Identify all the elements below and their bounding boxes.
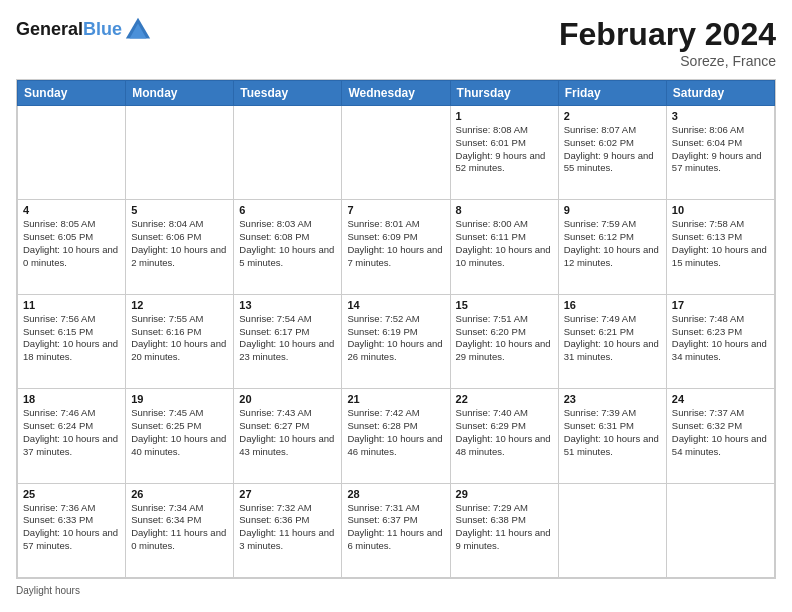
day-number: 2 <box>564 110 661 122</box>
calendar-cell <box>126 106 234 200</box>
week-row: 11Sunrise: 7:56 AMSunset: 6:15 PMDayligh… <box>18 294 775 388</box>
calendar-cell: 5Sunrise: 8:04 AMSunset: 6:06 PMDaylight… <box>126 200 234 294</box>
day-info: Sunrise: 7:55 AMSunset: 6:16 PMDaylight:… <box>131 313 228 364</box>
calendar-cell: 22Sunrise: 7:40 AMSunset: 6:29 PMDayligh… <box>450 389 558 483</box>
week-row: 25Sunrise: 7:36 AMSunset: 6:33 PMDayligh… <box>18 483 775 577</box>
day-info: Sunrise: 8:07 AMSunset: 6:02 PMDaylight:… <box>564 124 661 175</box>
day-number: 19 <box>131 393 228 405</box>
day-number: 26 <box>131 488 228 500</box>
calendar-cell: 6Sunrise: 8:03 AMSunset: 6:08 PMDaylight… <box>234 200 342 294</box>
page: GeneralBlue February 2024 Soreze, France… <box>0 0 792 612</box>
day-header: Saturday <box>666 81 774 106</box>
calendar-cell: 28Sunrise: 7:31 AMSunset: 6:37 PMDayligh… <box>342 483 450 577</box>
day-number: 18 <box>23 393 120 405</box>
day-number: 12 <box>131 299 228 311</box>
calendar-cell <box>666 483 774 577</box>
header: GeneralBlue February 2024 Soreze, France <box>16 16 776 69</box>
day-number: 22 <box>456 393 553 405</box>
day-number: 16 <box>564 299 661 311</box>
calendar-cell: 29Sunrise: 7:29 AMSunset: 6:38 PMDayligh… <box>450 483 558 577</box>
day-number: 11 <box>23 299 120 311</box>
day-info: Sunrise: 7:48 AMSunset: 6:23 PMDaylight:… <box>672 313 769 364</box>
logo: GeneralBlue <box>16 16 152 44</box>
calendar-cell: 24Sunrise: 7:37 AMSunset: 6:32 PMDayligh… <box>666 389 774 483</box>
day-info: Sunrise: 7:54 AMSunset: 6:17 PMDaylight:… <box>239 313 336 364</box>
calendar-cell: 10Sunrise: 7:58 AMSunset: 6:13 PMDayligh… <box>666 200 774 294</box>
calendar-cell <box>342 106 450 200</box>
day-info: Sunrise: 7:56 AMSunset: 6:15 PMDaylight:… <box>23 313 120 364</box>
week-row: 18Sunrise: 7:46 AMSunset: 6:24 PMDayligh… <box>18 389 775 483</box>
logo-text: GeneralBlue <box>16 20 122 40</box>
day-info: Sunrise: 8:00 AMSunset: 6:11 PMDaylight:… <box>456 218 553 269</box>
month-title: February 2024 <box>559 16 776 53</box>
day-info: Sunrise: 7:37 AMSunset: 6:32 PMDaylight:… <box>672 407 769 458</box>
day-info: Sunrise: 7:42 AMSunset: 6:28 PMDaylight:… <box>347 407 444 458</box>
day-number: 27 <box>239 488 336 500</box>
day-number: 21 <box>347 393 444 405</box>
calendar-cell <box>234 106 342 200</box>
day-info: Sunrise: 7:45 AMSunset: 6:25 PMDaylight:… <box>131 407 228 458</box>
calendar-cell: 1Sunrise: 8:08 AMSunset: 6:01 PMDaylight… <box>450 106 558 200</box>
day-number: 4 <box>23 204 120 216</box>
day-number: 6 <box>239 204 336 216</box>
day-info: Sunrise: 7:29 AMSunset: 6:38 PMDaylight:… <box>456 502 553 553</box>
calendar-cell: 21Sunrise: 7:42 AMSunset: 6:28 PMDayligh… <box>342 389 450 483</box>
day-info: Sunrise: 7:49 AMSunset: 6:21 PMDaylight:… <box>564 313 661 364</box>
calendar-cell: 8Sunrise: 8:00 AMSunset: 6:11 PMDaylight… <box>450 200 558 294</box>
day-number: 29 <box>456 488 553 500</box>
calendar-cell: 15Sunrise: 7:51 AMSunset: 6:20 PMDayligh… <box>450 294 558 388</box>
day-info: Sunrise: 8:08 AMSunset: 6:01 PMDaylight:… <box>456 124 553 175</box>
day-info: Sunrise: 8:03 AMSunset: 6:08 PMDaylight:… <box>239 218 336 269</box>
day-info: Sunrise: 8:04 AMSunset: 6:06 PMDaylight:… <box>131 218 228 269</box>
day-number: 23 <box>564 393 661 405</box>
calendar: SundayMondayTuesdayWednesdayThursdayFrid… <box>16 79 776 579</box>
day-info: Sunrise: 8:01 AMSunset: 6:09 PMDaylight:… <box>347 218 444 269</box>
daylight-label: Daylight hours <box>16 585 80 596</box>
calendar-cell: 19Sunrise: 7:45 AMSunset: 6:25 PMDayligh… <box>126 389 234 483</box>
calendar-cell: 7Sunrise: 8:01 AMSunset: 6:09 PMDaylight… <box>342 200 450 294</box>
day-info: Sunrise: 8:05 AMSunset: 6:05 PMDaylight:… <box>23 218 120 269</box>
day-header: Monday <box>126 81 234 106</box>
day-info: Sunrise: 7:39 AMSunset: 6:31 PMDaylight:… <box>564 407 661 458</box>
day-info: Sunrise: 7:52 AMSunset: 6:19 PMDaylight:… <box>347 313 444 364</box>
day-number: 28 <box>347 488 444 500</box>
calendar-cell: 27Sunrise: 7:32 AMSunset: 6:36 PMDayligh… <box>234 483 342 577</box>
calendar-cell: 13Sunrise: 7:54 AMSunset: 6:17 PMDayligh… <box>234 294 342 388</box>
day-number: 14 <box>347 299 444 311</box>
week-row: 1Sunrise: 8:08 AMSunset: 6:01 PMDaylight… <box>18 106 775 200</box>
calendar-cell: 4Sunrise: 8:05 AMSunset: 6:05 PMDaylight… <box>18 200 126 294</box>
day-number: 13 <box>239 299 336 311</box>
day-info: Sunrise: 7:34 AMSunset: 6:34 PMDaylight:… <box>131 502 228 553</box>
calendar-cell: 23Sunrise: 7:39 AMSunset: 6:31 PMDayligh… <box>558 389 666 483</box>
day-header: Thursday <box>450 81 558 106</box>
title-block: February 2024 Soreze, France <box>559 16 776 69</box>
subtitle: Soreze, France <box>559 53 776 69</box>
logo-icon <box>124 16 152 44</box>
calendar-cell: 12Sunrise: 7:55 AMSunset: 6:16 PMDayligh… <box>126 294 234 388</box>
day-number: 8 <box>456 204 553 216</box>
day-info: Sunrise: 7:36 AMSunset: 6:33 PMDaylight:… <box>23 502 120 553</box>
day-info: Sunrise: 7:59 AMSunset: 6:12 PMDaylight:… <box>564 218 661 269</box>
calendar-cell: 16Sunrise: 7:49 AMSunset: 6:21 PMDayligh… <box>558 294 666 388</box>
day-number: 10 <box>672 204 769 216</box>
week-row: 4Sunrise: 8:05 AMSunset: 6:05 PMDaylight… <box>18 200 775 294</box>
day-number: 9 <box>564 204 661 216</box>
day-number: 1 <box>456 110 553 122</box>
calendar-cell <box>558 483 666 577</box>
day-header: Friday <box>558 81 666 106</box>
day-number: 17 <box>672 299 769 311</box>
day-info: Sunrise: 7:58 AMSunset: 6:13 PMDaylight:… <box>672 218 769 269</box>
calendar-cell: 17Sunrise: 7:48 AMSunset: 6:23 PMDayligh… <box>666 294 774 388</box>
calendar-cell: 3Sunrise: 8:06 AMSunset: 6:04 PMDaylight… <box>666 106 774 200</box>
calendar-cell: 18Sunrise: 7:46 AMSunset: 6:24 PMDayligh… <box>18 389 126 483</box>
day-header: Wednesday <box>342 81 450 106</box>
day-info: Sunrise: 7:40 AMSunset: 6:29 PMDaylight:… <box>456 407 553 458</box>
calendar-cell: 25Sunrise: 7:36 AMSunset: 6:33 PMDayligh… <box>18 483 126 577</box>
day-header: Tuesday <box>234 81 342 106</box>
day-number: 15 <box>456 299 553 311</box>
calendar-cell: 20Sunrise: 7:43 AMSunset: 6:27 PMDayligh… <box>234 389 342 483</box>
calendar-cell: 9Sunrise: 7:59 AMSunset: 6:12 PMDaylight… <box>558 200 666 294</box>
day-info: Sunrise: 7:43 AMSunset: 6:27 PMDaylight:… <box>239 407 336 458</box>
day-info: Sunrise: 7:51 AMSunset: 6:20 PMDaylight:… <box>456 313 553 364</box>
calendar-cell: 26Sunrise: 7:34 AMSunset: 6:34 PMDayligh… <box>126 483 234 577</box>
